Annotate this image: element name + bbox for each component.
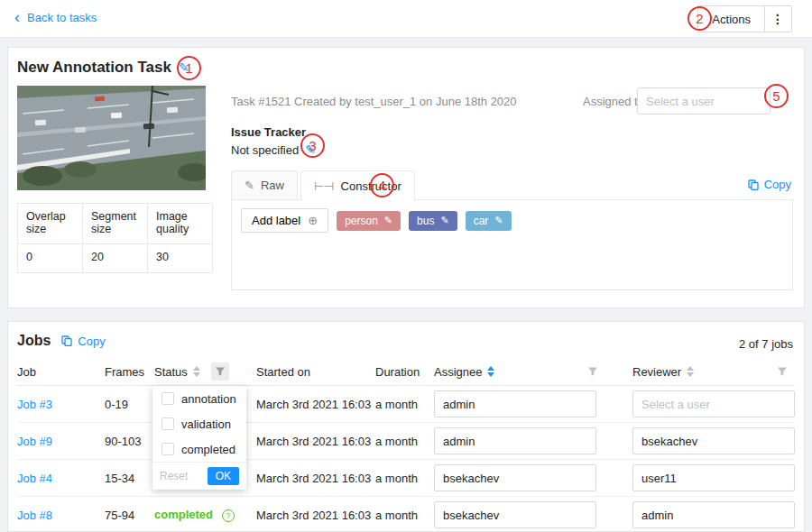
job-reviewer-input[interactable] xyxy=(632,390,795,417)
col-frames: Frames xyxy=(105,365,154,379)
col-started: Started on xyxy=(256,365,375,379)
edit-label-icon[interactable]: ✎ xyxy=(440,215,448,226)
duration-cell: a month xyxy=(375,472,434,485)
label-tag-text: car xyxy=(474,215,489,227)
assignee-sort-control[interactable] xyxy=(487,366,494,377)
job-reviewer-input[interactable] xyxy=(632,501,795,528)
chevron-left-icon: ‹ xyxy=(14,11,20,23)
filter-option-label: validation xyxy=(181,417,231,431)
jobs-title: Jobs xyxy=(17,333,51,349)
labels-tab-bar: ✎ Raw ⊢⊣ Constructor Copy xyxy=(231,170,793,200)
reviewer-sort-control[interactable] xyxy=(687,366,694,377)
add-label-text: Add label xyxy=(252,214,300,227)
pencil-icon: ✎ xyxy=(245,179,254,192)
task-details-card: New Annotation Task ✎ xyxy=(7,47,805,308)
copy-labels-link[interactable]: Copy xyxy=(748,178,791,191)
job-reviewer-input[interactable] xyxy=(632,427,795,454)
back-to-tasks-label: Back to tasks xyxy=(27,11,97,24)
jobs-header: Jobs Copy xyxy=(17,333,106,349)
duration-cell: a month xyxy=(375,509,434,522)
started-cell: March 3rd 2021 16:03 xyxy=(256,398,375,411)
col-status-label: Status xyxy=(154,365,188,379)
col-reviewer-label: Reviewer xyxy=(632,365,681,379)
job-link[interactable]: Job #4 xyxy=(17,472,52,485)
status-filter-icon[interactable] xyxy=(211,362,229,381)
status-sort-control[interactable] xyxy=(193,366,200,377)
col-duration: Duration xyxy=(375,365,434,379)
filter-option-label: annotation xyxy=(181,392,236,406)
status-completed-text: completed xyxy=(154,508,213,521)
label-tag-text: person xyxy=(345,215,378,227)
col-job: Job xyxy=(17,365,105,379)
checkbox[interactable] xyxy=(161,443,174,455)
duration-cell: a month xyxy=(375,398,434,411)
label-tag-person[interactable]: person ✎ xyxy=(337,211,401,231)
reviewer-filter-icon[interactable] xyxy=(773,362,791,381)
job-assignee-input[interactable] xyxy=(434,390,596,417)
job-link[interactable]: Job #8 xyxy=(17,509,52,522)
duration-cell: a month xyxy=(375,435,434,448)
job-assignee-input[interactable] xyxy=(434,427,596,454)
filter-option-completed[interactable]: completed xyxy=(152,436,246,462)
add-label-button[interactable]: Add label ⊕ xyxy=(241,208,328,233)
callout-1: 1 xyxy=(177,56,201,80)
labels-row: Add label ⊕ person ✎ bus ✎ car ✎ xyxy=(232,200,792,241)
copy-jobs-label: Copy xyxy=(78,335,105,348)
param-value: 20 xyxy=(83,244,148,273)
more-menu-button[interactable]: ⋮ xyxy=(765,5,792,32)
label-tag-bus[interactable]: bus ✎ xyxy=(409,211,457,231)
tab-constructor[interactable]: ⊢⊣ Constructor xyxy=(300,170,415,201)
actions-button-group: Actions ⋮ xyxy=(697,5,792,32)
back-to-tasks-link[interactable]: ‹ Back to tasks xyxy=(14,11,97,24)
kebab-menu-icon: ⋮ xyxy=(771,12,785,26)
assignee-filter-icon[interactable] xyxy=(584,362,602,381)
filter-footer: Reset OK xyxy=(152,462,246,490)
status-cell: completed ? xyxy=(154,508,256,522)
actions-label: Actions xyxy=(712,13,751,26)
job-assignee-input[interactable] xyxy=(434,501,596,528)
label-tag-car[interactable]: car ✎ xyxy=(466,211,512,231)
issue-tracker-value: Not specified xyxy=(231,143,299,157)
checkbox[interactable] xyxy=(161,392,174,405)
task-assignee-input[interactable] xyxy=(637,87,770,115)
jobs-table-header: Job Frames Status Started on Duration As… xyxy=(17,358,795,386)
task-title-row: New Annotation Task ✎ xyxy=(17,59,189,77)
jobs-card: Jobs Copy 2 of 7 jobs Job Frames Status … xyxy=(7,321,805,532)
param-value: 0 xyxy=(18,244,83,273)
job-assignee-input[interactable] xyxy=(434,464,596,491)
jobs-table: Job Frames Status Started on Duration As… xyxy=(17,358,795,532)
copy-jobs-link[interactable]: Copy xyxy=(61,335,105,348)
issue-tracker-label: Issue Tracker xyxy=(231,125,306,139)
plus-circle-icon: ⊕ xyxy=(308,214,318,227)
filter-ok-button[interactable]: OK xyxy=(208,467,239,485)
frames-cell: 0-19 xyxy=(105,398,154,411)
started-cell: March 3rd 2021 16:03 xyxy=(256,509,375,522)
started-cell: March 3rd 2021 16:03 xyxy=(256,472,375,485)
filter-reset-link[interactable]: Reset xyxy=(160,470,188,482)
status-filter-dropdown: annotation validation completed Reset OK xyxy=(152,386,246,490)
tab-raw-label: Raw xyxy=(261,179,284,192)
job-link[interactable]: Job #3 xyxy=(17,398,52,411)
col-reviewer: Reviewer xyxy=(632,362,795,381)
question-circle-icon[interactable]: ? xyxy=(222,509,235,522)
label-tag-text: bus xyxy=(417,215,434,227)
copy-icon xyxy=(61,335,72,346)
job-row: Job #4 15-34 March 3rd 2021 16:03 a mont… xyxy=(17,460,795,497)
edit-label-icon[interactable]: ✎ xyxy=(494,215,503,226)
callout-2: 2 xyxy=(687,6,712,31)
param-header: Segment size xyxy=(83,204,148,244)
tab-raw[interactable]: ✎ Raw xyxy=(231,170,298,200)
checkbox[interactable] xyxy=(161,417,174,430)
param-header: Image quality xyxy=(148,204,213,244)
job-link[interactable]: Job #9 xyxy=(17,435,52,448)
jobs-count: 2 of 7 jobs xyxy=(739,337,793,351)
job-reviewer-input[interactable] xyxy=(632,464,795,491)
filter-option-annotation[interactable]: annotation xyxy=(152,386,246,411)
frames-cell: 15-34 xyxy=(105,472,154,485)
edit-label-icon[interactable]: ✎ xyxy=(384,215,392,226)
filter-option-validation[interactable]: validation xyxy=(152,411,246,436)
filter-option-label: completed xyxy=(181,443,235,456)
col-assignee: Assignee xyxy=(434,362,632,381)
callout-4: 4 xyxy=(370,173,394,197)
copy-labels-label: Copy xyxy=(764,178,791,191)
